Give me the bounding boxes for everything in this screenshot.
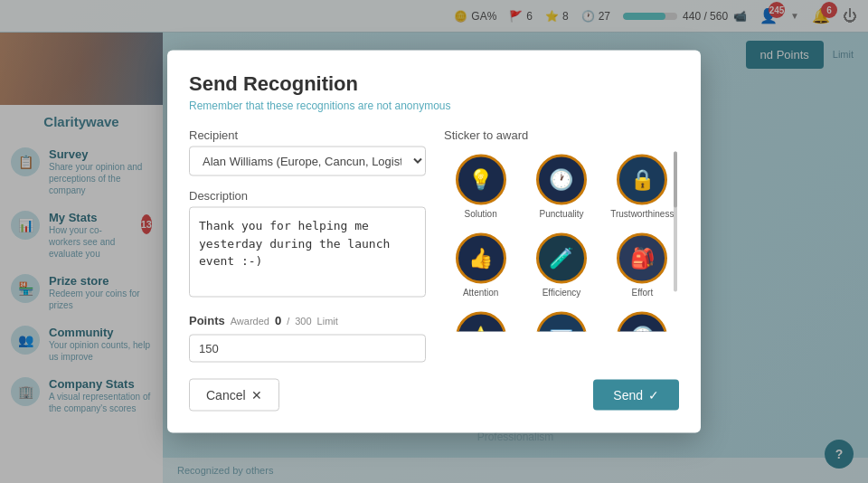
- sticker-name-4: Efficiency: [542, 288, 581, 298]
- points-current: 0: [275, 314, 281, 327]
- sticker-item-efficiency[interactable]: 🧪 Efficiency: [524, 230, 598, 301]
- modal-body: Recipient Alan Williams (Europe, Cancun,…: [189, 128, 679, 363]
- cancel-button[interactable]: Cancel ✕: [189, 379, 279, 412]
- sticker-name-5: Effort: [631, 288, 653, 298]
- sticker-circle-4: 🧪: [536, 233, 587, 284]
- description-label: Description: [189, 189, 426, 203]
- sticker-circle-8: 🕐: [617, 312, 667, 332]
- sticker-item-effort[interactable]: 🎒 Effort: [606, 230, 679, 301]
- sticker-circle-6: ⭐: [456, 312, 506, 332]
- sticker-item-attention[interactable]: 👍 Attention: [444, 230, 517, 301]
- recipient-select[interactable]: Alan Williams (Europe, Cancun, Logistics…: [189, 147, 426, 176]
- sticker-item-solution[interactable]: 💡 Solution: [444, 151, 517, 223]
- points-input[interactable]: [189, 335, 426, 363]
- modal-footer: Cancel ✕ Send ✓: [189, 379, 679, 412]
- sticker-circle-5: 🎒: [617, 233, 667, 284]
- sticker-item-punctuality[interactable]: 🕐 Punctuality: [524, 151, 598, 223]
- description-textarea[interactable]: Thank you for helping me yesterday durin…: [189, 207, 426, 298]
- sticker-icon-7: ✉️: [549, 326, 573, 332]
- sticker-name-0: Solution: [465, 209, 497, 219]
- sticker-icon-8: 🕐: [630, 326, 655, 332]
- points-separator: /: [287, 316, 289, 327]
- sticker-icon-6: ⭐: [468, 326, 493, 332]
- sticker-icon-5: 🎒: [630, 247, 655, 270]
- points-limit-label: Limit: [317, 316, 338, 327]
- points-awarded-label: Awarded: [231, 316, 269, 327]
- modal-right-panel: Sticker to award 💡 Solution 🕐 Punctualit…: [444, 128, 679, 363]
- sticker-icon-2: 🔒: [630, 168, 655, 192]
- points-row: Points Awarded 0 / 300 Limit: [189, 314, 426, 327]
- sticker-circle-1: 🕐: [536, 155, 587, 205]
- sticker-icon-3: 👍: [468, 247, 493, 270]
- recipient-label: Recipient: [189, 128, 426, 142]
- sticker-name-2: Trustworthiness: [610, 209, 674, 219]
- sticker-scrollbar: [674, 151, 677, 291]
- sticker-item-tenacity[interactable]: ✉️ Tenacity: [524, 308, 598, 332]
- send-label: Send: [613, 388, 643, 402]
- modal-left-panel: Recipient Alan Williams (Europe, Cancun,…: [189, 128, 426, 363]
- sticker-circle-7: ✉️: [536, 312, 587, 332]
- send-check-icon: ✓: [648, 388, 659, 402]
- modal-title: Send Recognition: [189, 72, 679, 96]
- sticker-icon-0: 💡: [468, 168, 493, 192]
- sticker-grid: 💡 Solution 🕐 Punctuality 🔒 Trustworthine…: [444, 151, 679, 332]
- sticker-item-responsibility[interactable]: 🕐 Responsibility: [606, 308, 679, 332]
- sticker-item-productivity[interactable]: ⭐ Productivity: [444, 308, 517, 332]
- sticker-name-3: Attention: [463, 288, 498, 298]
- sticker-circle-3: 👍: [456, 233, 506, 284]
- sticker-icon-4: 🧪: [549, 247, 573, 270]
- sticker-circle-2: 🔒: [617, 155, 667, 205]
- cancel-x-icon: ✕: [251, 388, 262, 402]
- sticker-circle-0: 💡: [456, 155, 506, 205]
- send-button[interactable]: Send ✓: [593, 380, 679, 411]
- points-max: 300: [295, 316, 311, 327]
- sticker-item-trustworthiness[interactable]: 🔒 Trustworthiness: [606, 151, 679, 223]
- send-recognition-modal: Send Recognition Remember that these rec…: [167, 51, 701, 433]
- cancel-label: Cancel: [206, 388, 246, 402]
- points-label: Points: [189, 314, 225, 327]
- sticker-icon-1: 🕐: [549, 168, 573, 192]
- modal-subtitle: Remember that these recognitions are not…: [189, 99, 679, 112]
- sticker-label: Sticker to award: [444, 128, 679, 142]
- sticker-name-1: Punctuality: [540, 209, 584, 219]
